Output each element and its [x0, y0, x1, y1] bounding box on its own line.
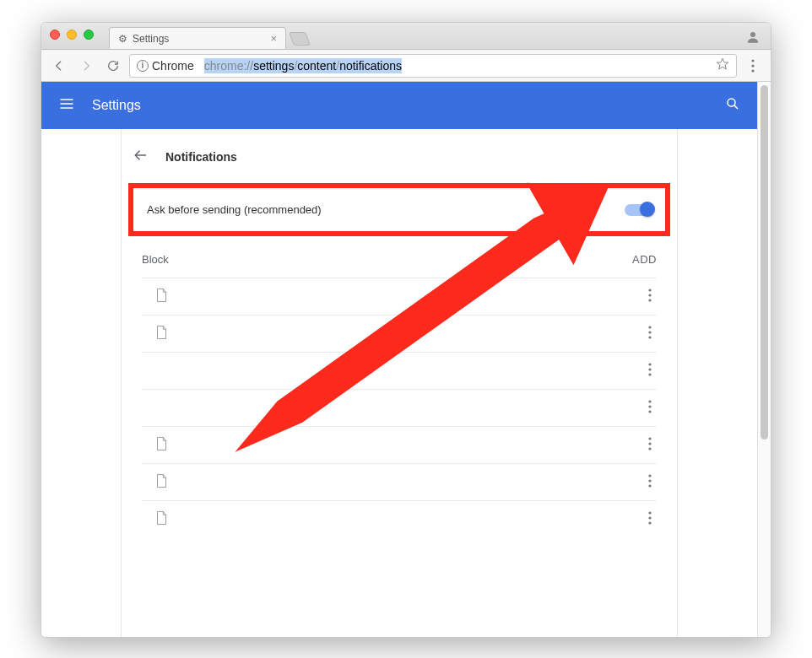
minimize-window-button[interactable] [67, 30, 77, 40]
new-tab-button[interactable] [289, 32, 311, 46]
header-title: Settings [92, 98, 141, 113]
svg-point-13 [648, 299, 651, 301]
svg-point-4 [751, 69, 754, 72]
add-button[interactable]: ADD [632, 253, 657, 266]
svg-point-2 [751, 59, 754, 62]
file-icon [155, 288, 168, 306]
block-list-row[interactable] [142, 389, 657, 426]
back-arrow-icon[interactable] [133, 148, 149, 166]
close-window-button[interactable] [50, 30, 60, 40]
svg-point-25 [648, 447, 651, 450]
svg-line-9 [734, 105, 738, 109]
ask-before-sending-row: Ask before sending (recommended) [128, 183, 670, 236]
settings-header: Settings [41, 82, 757, 129]
svg-point-29 [648, 511, 651, 514]
browser-menu-button[interactable] [742, 55, 764, 77]
row-menu-button[interactable] [648, 511, 652, 528]
address-bar[interactable]: i Chrome chrome://settings/content/notif… [129, 54, 737, 78]
file-icon [155, 473, 168, 492]
section-title: Notifications [165, 150, 237, 164]
bookmark-star-icon[interactable] [716, 57, 729, 73]
svg-point-30 [648, 516, 651, 519]
block-list-row[interactable] [142, 315, 657, 352]
svg-point-14 [648, 326, 651, 328]
gear-icon: ⚙ [118, 33, 127, 45]
row-menu-button[interactable] [648, 437, 652, 454]
row-menu-button[interactable] [648, 289, 652, 305]
svg-point-19 [648, 373, 651, 375]
forward-button[interactable] [75, 55, 97, 77]
block-list [122, 278, 677, 537]
scrollbar[interactable] [757, 82, 771, 637]
search-button[interactable] [725, 96, 740, 115]
svg-point-24 [648, 442, 651, 445]
block-list-row[interactable] [142, 352, 657, 389]
browser-tab[interactable]: ⚙ Settings × [109, 27, 286, 49]
site-info-icon[interactable]: i [137, 60, 149, 72]
close-tab-icon[interactable]: × [270, 32, 277, 45]
file-icon [155, 325, 168, 343]
block-section-header: Block ADD [122, 245, 677, 278]
viewport: Settings Notifications Ask before sendin… [41, 82, 771, 637]
back-button[interactable] [48, 55, 70, 77]
reload-button[interactable] [102, 55, 124, 77]
svg-point-8 [728, 99, 735, 106]
browser-window: ⚙ Settings × i Chrome chrome://settings/… [41, 22, 771, 638]
block-label: Block [142, 253, 169, 266]
svg-point-17 [648, 363, 651, 365]
block-list-row[interactable] [142, 463, 657, 500]
svg-point-18 [648, 368, 651, 370]
row-menu-button[interactable] [648, 363, 652, 380]
svg-point-12 [648, 294, 651, 296]
row-menu-button[interactable] [648, 400, 652, 417]
svg-point-28 [648, 484, 651, 487]
toggle-label: Ask before sending (recommended) [147, 203, 322, 216]
window-controls [50, 30, 94, 40]
svg-point-0 [750, 32, 755, 37]
svg-point-26 [648, 474, 651, 477]
svg-point-23 [648, 437, 651, 440]
maximize-window-button[interactable] [84, 30, 94, 40]
scrollbar-thumb[interactable] [761, 85, 768, 440]
svg-point-31 [648, 521, 651, 524]
svg-point-16 [648, 336, 651, 338]
title-bar: ⚙ Settings × [41, 23, 771, 50]
toggle-knob [640, 202, 655, 217]
svg-point-22 [648, 410, 651, 413]
page-content: Settings Notifications Ask before sendin… [41, 82, 757, 637]
svg-point-11 [648, 289, 651, 291]
block-list-row[interactable] [142, 500, 657, 537]
toolbar: i Chrome chrome://settings/content/notif… [41, 50, 771, 82]
row-menu-button[interactable] [648, 474, 652, 491]
menu-icon[interactable] [58, 95, 75, 116]
file-icon [155, 436, 168, 455]
svg-point-27 [648, 479, 651, 482]
omnibox-scheme: Chrome [152, 59, 194, 73]
ask-before-sending-toggle[interactable] [625, 204, 652, 216]
svg-marker-1 [717, 58, 728, 69]
file-icon [155, 510, 168, 529]
tab-title: Settings [133, 33, 169, 45]
block-list-row[interactable] [142, 426, 657, 463]
svg-point-3 [751, 64, 754, 67]
svg-point-15 [648, 331, 651, 333]
svg-point-20 [648, 400, 651, 402]
svg-point-21 [648, 405, 651, 407]
row-menu-button[interactable] [648, 326, 652, 342]
profile-button[interactable] [744, 28, 762, 46]
settings-card: Notifications Ask before sending (recomm… [121, 129, 678, 637]
block-list-row[interactable] [142, 278, 657, 315]
